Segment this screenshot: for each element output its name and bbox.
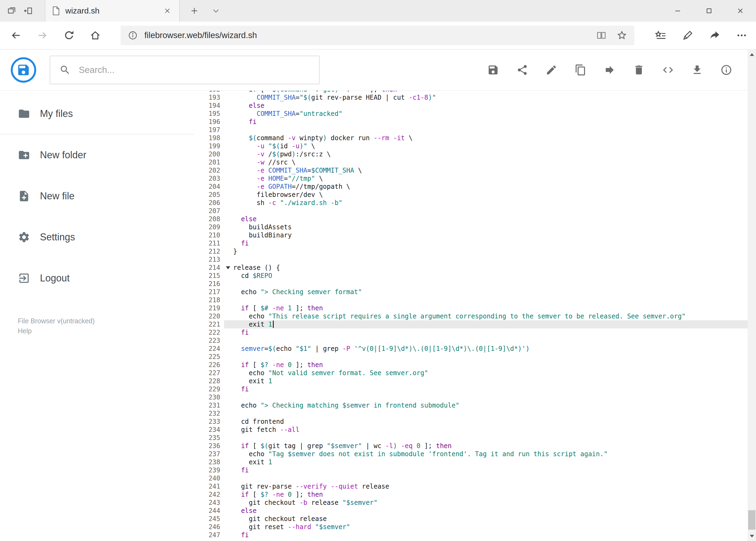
code-line[interactable]: 222 fi [194, 328, 756, 336]
code-line[interactable]: 201 -w //src \ [194, 158, 756, 166]
code-line[interactable]: 198 $(command -v winpty) docker run --rm… [194, 134, 756, 142]
code-text[interactable]: buildAssets [232, 223, 756, 231]
code-line[interactable]: 194 else [194, 102, 756, 110]
favorite-star-icon[interactable] [617, 30, 627, 41]
code-line[interactable]: 224 semver=$(echo "$1" | grep -P '^v(0|[… [194, 345, 756, 353]
code-text[interactable]: release () { [232, 264, 756, 272]
code-text[interactable]: -v /$(pwd):/src:z \ [232, 150, 756, 158]
code-line[interactable]: 197 [194, 126, 756, 134]
code-text[interactable]: -e GOPATH=//tmp/gopath \ [232, 183, 756, 191]
code-line[interactable]: 200 -v /$(pwd):/src:z \ [194, 150, 756, 158]
annotate-pen-icon[interactable] [680, 26, 695, 45]
code-text[interactable] [232, 409, 756, 417]
minimize-button[interactable] [662, 0, 693, 22]
browser-tab[interactable]: wizard.sh [45, 0, 180, 22]
code-line[interactable]: 245 git checkout release [194, 515, 756, 523]
search-field[interactable] [78, 65, 294, 75]
raw-code-icon[interactable] [662, 64, 674, 76]
code-line[interactable]: 225 [194, 353, 756, 361]
tabs-aside-preview-icon[interactable] [3, 0, 20, 22]
code-line[interactable]: 229 fi [194, 385, 756, 393]
scrollbar-thumb[interactable] [748, 510, 755, 530]
code-line[interactable]: 237 echo "Tag $semver does not exist in … [194, 450, 756, 458]
code-text[interactable]: fi [232, 118, 756, 126]
code-text[interactable]: -e COMMIT_SHA=$COMMIT_SHA \ [232, 166, 756, 175]
search-input[interactable] [50, 56, 320, 84]
line-number[interactable]: 206 [194, 199, 224, 207]
sidebar-item-new-folder[interactable]: New folder [0, 135, 194, 176]
code-text[interactable]: fi [232, 385, 756, 393]
code-text[interactable]: cd frontend [232, 417, 756, 426]
line-number[interactable]: 245 [194, 515, 224, 523]
code-text[interactable]: echo "> Checking matching $semver in fro… [232, 401, 756, 409]
line-number[interactable]: 234 [194, 426, 224, 434]
delete-trash-icon[interactable] [633, 64, 645, 76]
code-text[interactable]: COMMIT_SHA="untracked" [232, 110, 756, 118]
code-text[interactable]: git checkout release [232, 515, 756, 523]
line-number[interactable]: 231 [194, 401, 224, 409]
code-line[interactable]: 244 else [194, 507, 756, 515]
code-text[interactable]: echo "Tag $semver does not exist in subm… [232, 450, 756, 458]
share-file-icon[interactable] [516, 64, 528, 76]
code-editor[interactable]: 192 if [ "$(command -v git)" != "" ]; th… [194, 91, 756, 541]
line-number[interactable]: 207 [194, 207, 224, 215]
code-line[interactable]: 241 git rev-parse --verify --quiet relea… [194, 482, 756, 490]
code-line[interactable]: 215 cd $REPO [194, 272, 756, 280]
code-text[interactable]: if [ "$(command -v git)" != "" ]; then [232, 91, 756, 94]
code-text[interactable]: exit 1 [232, 458, 756, 466]
maximize-button[interactable] [693, 0, 725, 22]
forward-button[interactable] [29, 21, 56, 49]
set-tabs-aside-icon[interactable] [20, 0, 37, 22]
line-number[interactable]: 243 [194, 499, 224, 507]
help-link[interactable]: Help [18, 326, 194, 336]
tab-close-icon[interactable] [162, 5, 173, 16]
code-text[interactable] [232, 296, 756, 304]
sidebar-item-logout[interactable]: Logout [0, 258, 194, 299]
code-line[interactable]: 211 fi [194, 239, 756, 248]
line-number[interactable]: 205 [194, 191, 224, 199]
line-number[interactable]: 232 [194, 409, 224, 417]
code-text[interactable]: sh -c "./wizard.sh -b" [232, 199, 756, 207]
line-number[interactable]: 212 [194, 248, 224, 256]
line-number[interactable]: 216 [194, 280, 224, 288]
code-text[interactable]: fi [232, 239, 756, 248]
sidebar-item-my-files[interactable]: My files [0, 94, 194, 135]
favorites-hub-icon[interactable] [653, 26, 668, 45]
code-text[interactable] [232, 353, 756, 361]
code-line[interactable]: 214release () { [194, 264, 756, 272]
line-number[interactable]: 213 [194, 256, 224, 264]
code-line[interactable]: 221 exit 1 [194, 320, 756, 328]
line-number[interactable]: 197 [194, 126, 224, 134]
line-number[interactable]: 237 [194, 450, 224, 458]
code-line[interactable]: 210 buildBinary [194, 231, 756, 239]
code-text[interactable]: fi [232, 466, 756, 474]
line-number[interactable]: 214 [194, 264, 224, 272]
code-line[interactable]: 205 filebrowser/dev \ [194, 191, 756, 199]
scroll-up-arrow[interactable] [748, 50, 756, 59]
line-number[interactable]: 193 [194, 94, 224, 102]
home-button[interactable] [82, 21, 109, 49]
code-line[interactable]: 192 if [ "$(command -v git)" != "" ]; th… [194, 91, 756, 94]
save-icon[interactable] [487, 64, 499, 76]
share-icon[interactable] [707, 26, 722, 45]
code-line[interactable]: 231 echo "> Checking matching $semver in… [194, 401, 756, 409]
code-line[interactable]: 206 sh -c "./wizard.sh -b" [194, 199, 756, 207]
line-number[interactable]: 225 [194, 353, 224, 361]
code-text[interactable]: fi [232, 531, 756, 539]
code-line[interactable]: 209 buildAssets [194, 223, 756, 231]
line-number[interactable]: 239 [194, 466, 224, 474]
code-text[interactable]: exit 1 [232, 377, 756, 385]
code-text[interactable]: } [232, 248, 756, 256]
code-line[interactable]: 218 [194, 296, 756, 304]
code-line[interactable]: 212} [194, 248, 756, 256]
sidebar-item-new-file[interactable]: New file [0, 176, 194, 217]
line-number[interactable]: 221 [194, 320, 224, 328]
code-text[interactable]: fi [232, 328, 756, 336]
code-text[interactable] [232, 207, 756, 215]
code-text[interactable]: else [232, 102, 756, 110]
line-number[interactable]: 218 [194, 296, 224, 304]
line-number[interactable]: 210 [194, 231, 224, 239]
line-number[interactable]: 220 [194, 312, 224, 320]
code-text[interactable]: git rev-parse --verify --quiet release [232, 482, 756, 490]
line-number[interactable]: 222 [194, 328, 224, 336]
